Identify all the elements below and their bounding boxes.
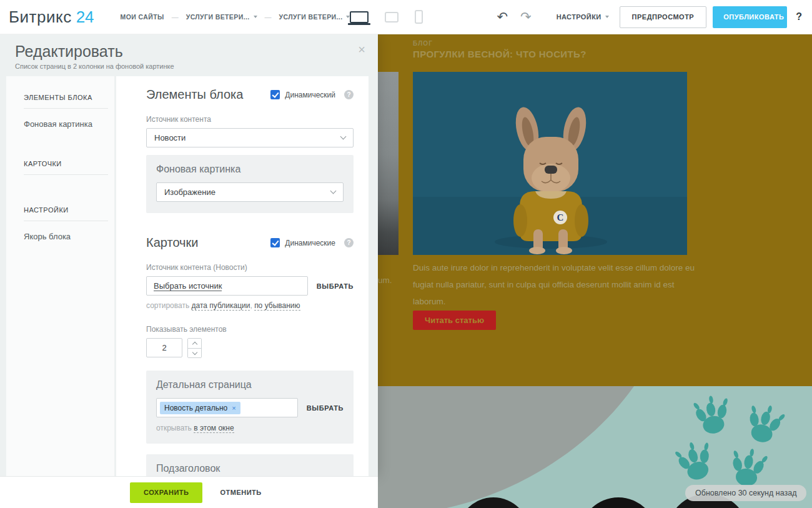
left-card-image-sliver	[378, 72, 399, 255]
remove-tag-icon[interactable]: ×	[232, 404, 235, 412]
cards-section-header: Карточки Динамические ?	[146, 236, 354, 250]
publish-button[interactable]: ОПУБЛИКОВАТЬ	[713, 6, 787, 28]
top-toolbar: Битрикс 24 МОИ САЙТЫ — УСЛУГИ ВЕТЕРИ... …	[0, 0, 812, 34]
cards-source-placeholder[interactable]: Выбрать источник	[154, 281, 222, 291]
dynamic-cards-checkbox[interactable]	[270, 238, 280, 247]
show-elements-label: Показывать элементов	[146, 325, 354, 334]
elements-count-input[interactable]: 2	[146, 338, 182, 357]
sort-order-link[interactable]: по убыванию	[254, 301, 300, 311]
open-prefix: открывать	[156, 424, 192, 432]
chevron-up-icon	[192, 342, 197, 347]
cards-source-label: Источник контента (Новости)	[146, 263, 354, 272]
stepper-up-button[interactable]	[188, 339, 201, 348]
dynamic-cards-checkbox-row: Динамические ?	[270, 238, 354, 247]
sort-line: сортировать дата публикации, по убыванию	[146, 301, 354, 310]
close-icon[interactable]: ×	[358, 43, 365, 56]
tablet-view-icon[interactable]	[385, 12, 399, 22]
panel-title: Редактировать	[15, 42, 363, 61]
detail-page-heading: Детальная страница	[156, 379, 344, 391]
device-preview-switcher	[350, 10, 423, 24]
breadcrumb-site[interactable]: УСЛУГИ ВЕТЕРИ...	[186, 13, 250, 21]
dynamic-checkbox-row: Динамический ?	[270, 90, 354, 99]
breadcrumb-dash: —	[265, 13, 272, 21]
help-circle-icon[interactable]: ?	[344, 90, 354, 99]
save-button[interactable]: СОХРАНИТЬ	[130, 482, 202, 503]
read-article-button[interactable]: Читать статью	[413, 311, 496, 330]
dynamic-checkbox-label: Динамический	[285, 91, 335, 99]
sidebar-item-background-image[interactable]: Фоновая картинка	[24, 119, 114, 129]
dog-photo-illustration: C	[413, 72, 687, 255]
detail-page-field[interactable]: Новость детально ×	[156, 398, 298, 417]
update-toast: Обновлено 30 секунд назад	[685, 485, 806, 501]
chevron-down-icon	[605, 16, 609, 18]
publish-button-group: ОПУБЛИКОВАТЬ	[713, 6, 787, 28]
detail-page-tag: Новость детально ×	[160, 402, 240, 414]
detail-page-box: Детальная страница Новость детально × ВЫ…	[146, 371, 354, 444]
open-mode-line: открывать в этом окне	[156, 424, 344, 432]
preview-button[interactable]: ПРЕДПРОСМОТР	[620, 6, 707, 28]
chevron-down-icon[interactable]	[254, 16, 257, 18]
sidebar-item-block-elements[interactable]: ЭЛЕМЕНТЫ БЛОКА	[24, 94, 114, 101]
post-image[interactable]: C	[413, 72, 687, 255]
post-excerpt: Duis aute irure dolor in reprehenderit i…	[413, 259, 706, 310]
cards-source-field[interactable]: Выбрать источник	[146, 276, 308, 296]
paw-decoration-block: Обновлено 30 секунд назад	[378, 386, 812, 508]
breadcrumb-my-sites[interactable]: МОИ САЙТЫ	[121, 13, 164, 21]
post-title: ПРОГУЛКИ ВЕСНОЙ: ЧТО НОСИТЬ?	[413, 49, 587, 59]
help-circle-icon[interactable]: ?	[344, 238, 354, 247]
bitrix24-logo[interactable]: Битрикс 24	[9, 7, 94, 27]
sidebar-item-block-anchor[interactable]: Якорь блока	[24, 232, 114, 241]
background-image-value: Изображение	[164, 187, 331, 197]
choose-source-button[interactable]: ВЫБРАТЬ	[317, 282, 354, 290]
editor-stage: БЛОГ ПРОГУЛКИ ВЕСНОЙ: ЧТО НОСИТЬ?	[0, 34, 812, 508]
edit-panel-body: ЭЛЕМЕНТЫ БЛОКА Фоновая картинка КАРТОЧКИ…	[0, 76, 378, 476]
cards-heading: Карточки	[146, 236, 198, 250]
sidebar-item-cards[interactable]: КАРТОЧКИ	[24, 160, 114, 167]
mobile-view-icon[interactable]	[415, 10, 423, 24]
panel-footer: СОХРАНИТЬ ОТМЕНИТЬ	[0, 476, 378, 508]
background-image-box: Фоновая картинка Изображение	[146, 155, 354, 213]
open-mode-link[interactable]: в этом окне	[194, 424, 234, 433]
content-source-select[interactable]: Новости	[146, 128, 354, 147]
redo-icon[interactable]: ↷	[520, 9, 532, 24]
sidebar-divider	[24, 174, 108, 175]
panel-form: Элементы блока Динамический ? Источник к…	[116, 76, 369, 476]
breadcrumb: МОИ САЙТЫ — УСЛУГИ ВЕТЕРИ... — УСЛУГИ ВЕ…	[121, 13, 350, 21]
logo-suffix-text: 24	[76, 7, 94, 27]
show-elements-control: 2	[146, 338, 354, 358]
stepper-down-button[interactable]	[188, 348, 201, 357]
count-stepper	[187, 338, 202, 358]
sidebar-divider	[24, 221, 108, 221]
choose-detail-page-button[interactable]: ВЫБРАТЬ	[307, 404, 344, 412]
breadcrumb-dash: —	[172, 13, 179, 21]
detail-page-tag-label: Новость детально	[164, 404, 227, 412]
sort-prefix: сортировать	[146, 301, 189, 310]
undo-icon[interactable]: ↶	[497, 9, 508, 24]
settings-menu[interactable]: НАСТРОЙКИ	[557, 13, 609, 21]
subtitle-heading: Подзаголовок	[156, 463, 344, 474]
dynamic-checkbox[interactable]	[270, 90, 280, 99]
chevron-down-icon	[340, 134, 347, 140]
desktop-view-icon[interactable]	[350, 11, 369, 23]
edit-panel-header: Редактировать Список страниц в 2 колонки…	[0, 34, 378, 76]
chevron-down-icon	[192, 349, 197, 354]
block-elements-section-header: Элементы блока Динамический ?	[146, 87, 354, 102]
block-elements-heading: Элементы блока	[146, 87, 243, 102]
cancel-button[interactable]: ОТМЕНИТЬ	[220, 489, 261, 496]
edit-panel: Редактировать Список страниц в 2 колонки…	[0, 34, 378, 476]
sort-separator: ,	[250, 301, 252, 310]
history-controls: ↶ ↷	[497, 9, 531, 24]
blog-hero-block[interactable]: БЛОГ ПРОГУЛКИ ВЕСНОЙ: ЧТО НОСИТЬ?	[378, 34, 812, 386]
background-image-select[interactable]: Изображение	[156, 182, 344, 202]
left-card-text-fragment: um.	[378, 276, 392, 285]
panel-subtitle: Список страниц в 2 колонки на фоновой ка…	[15, 62, 363, 70]
breadcrumb-page[interactable]: УСЛУГИ ВЕТЕРИ...	[279, 13, 343, 21]
help-button[interactable]: ?	[796, 11, 802, 22]
sidebar-item-settings[interactable]: НАСТРОЙКИ	[24, 206, 114, 214]
logo-brand-text: Битрикс	[9, 7, 72, 27]
site-preview: БЛОГ ПРОГУЛКИ ВЕСНОЙ: ЧТО НОСИТЬ?	[378, 34, 812, 508]
settings-menu-label: НАСТРОЙКИ	[557, 13, 602, 21]
panel-sidebar: ЭЛЕМЕНТЫ БЛОКА Фоновая картинка КАРТОЧКИ…	[6, 76, 114, 476]
sort-field-link[interactable]: дата публикации	[192, 301, 250, 311]
blog-section-label: БЛОГ	[413, 40, 433, 47]
